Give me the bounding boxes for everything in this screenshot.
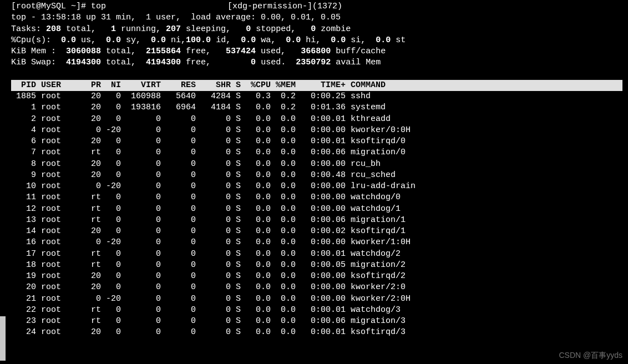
- table-row: 7 root rt 0 0 0 0 S 0.0 0.0 0:00.06 migr…: [11, 147, 622, 158]
- table-row: 11 root rt 0 0 0 0 S 0.0 0.0 0:00.00 wat…: [11, 192, 622, 203]
- top-mem-line: KiB Mem : 3060088 total, 2155864 free, 5…: [11, 46, 622, 57]
- table-row: 1 root 20 0 193816 6964 4184 S 0.0 0.2 0…: [11, 102, 622, 113]
- table-row: 19 root 20 0 0 0 0 S 0.0 0.0 0:00.00 kso…: [11, 271, 622, 282]
- table-row: 16 root 0 -20 0 0 0 S 0.0 0.0 0:00.00 kw…: [11, 237, 622, 248]
- table-row: 12 root rt 0 0 0 0 S 0.0 0.0 0:00.00 wat…: [11, 204, 622, 215]
- table-row: 2 root 20 0 0 0 0 S 0.0 0.0 0:00.01 kthr…: [11, 114, 622, 125]
- table-row: 14 root 20 0 0 0 0 S 0.0 0.0 0:00.02 kso…: [11, 226, 622, 237]
- table-row: 6 root 20 0 0 0 0 S 0.0 0.0 0:00.01 ksof…: [11, 136, 622, 147]
- table-row: 10 root 0 -20 0 0 0 S 0.0 0.0 0:00.00 lr…: [11, 181, 622, 192]
- top-swap-line: KiB Swap: 4194300 total, 4194300 free, 0…: [11, 57, 622, 68]
- table-row: 22 root rt 0 0 0 0 S 0.0 0.0 0:00.01 wat…: [11, 305, 622, 316]
- table-row: 13 root rt 0 0 0 0 S 0.0 0.0 0:00.06 mig…: [11, 215, 622, 226]
- table-row: 24 root 20 0 0 0 0 S 0.0 0.0 0:00.01 kso…: [11, 327, 622, 338]
- scrollbar-fragment[interactable]: [0, 316, 6, 361]
- table-row: 18 root rt 0 0 0 0 S 0.0 0.0 0:00.05 mig…: [11, 260, 622, 271]
- table-row: 9 root 20 0 0 0 0 S 0.0 0.0 0:00.48 rcu_…: [11, 170, 622, 181]
- table-row: 1885 root 20 0 160988 5640 4284 S 0.3 0.…: [11, 91, 622, 102]
- table-row: 8 root 20 0 0 0 0 S 0.0 0.0 0:00.00 rcu_…: [11, 159, 622, 170]
- top-cpu-line: %Cpu(s): 0.0 us, 0.0 sy, 0.0 ni,100.0 id…: [11, 35, 622, 46]
- table-row: 21 root 0 -20 0 0 0 S 0.0 0.0 0:00.00 kw…: [11, 294, 622, 305]
- process-table-header: PID USER PR NI VIRT RES SHR S %CPU %MEM …: [11, 80, 622, 91]
- table-row: 4 root 0 -20 0 0 0 S 0.0 0.0 0:00.00 kwo…: [11, 125, 622, 136]
- table-row: 17 root rt 0 0 0 0 S 0.0 0.0 0:00.01 wat…: [11, 249, 622, 260]
- top-tasks-line: Tasks: 208 total, 1 running, 207 sleepin…: [11, 24, 622, 35]
- process-table: 1885 root 20 0 160988 5640 4284 S 0.3 0.…: [11, 91, 622, 338]
- table-row: 20 root 20 0 0 0 0 S 0.0 0.0 0:00.00 kwo…: [11, 282, 622, 293]
- watermark: CSDN @百事yyds: [559, 350, 622, 361]
- top-uptime-line: top - 13:58:18 up 31 min, 1 user, load a…: [11, 12, 622, 23]
- table-row: 23 root rt 0 0 0 0 S 0.0 0.0 0:00.06 mig…: [11, 316, 622, 327]
- terminal-output[interactable]: [xdg-permission-](1372) [root@MySQL ~]# …: [0, 0, 628, 338]
